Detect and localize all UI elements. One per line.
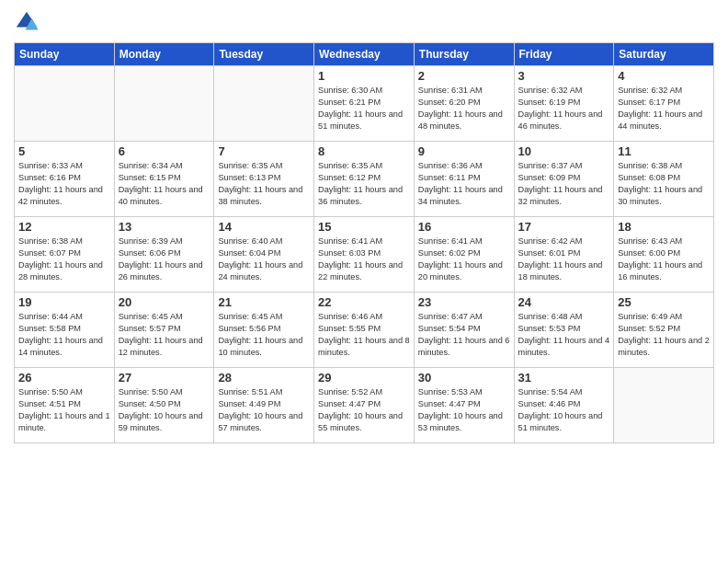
calendar-cell: 19Sunrise: 6:44 AM Sunset: 5:58 PM Dayli… (15, 293, 115, 368)
cell-content: Sunrise: 6:39 AM Sunset: 6:06 PM Dayligh… (119, 236, 210, 283)
day-number: 28 (218, 371, 310, 385)
day-number: 11 (618, 144, 710, 158)
cell-content: Sunrise: 6:46 AM Sunset: 5:55 PM Dayligh… (318, 311, 410, 359)
day-number: 23 (418, 295, 510, 309)
cell-content: Sunrise: 5:52 AM Sunset: 4:47 PM Dayligh… (318, 386, 410, 434)
cell-content: Sunrise: 6:41 AM Sunset: 6:02 PM Dayligh… (418, 236, 510, 283)
day-number: 8 (318, 144, 410, 158)
calendar-cell: 28Sunrise: 5:51 AM Sunset: 4:49 PM Dayli… (214, 368, 314, 443)
day-number: 20 (119, 295, 210, 309)
weekday-header-tuesday: Tuesday (214, 43, 314, 66)
cell-content: Sunrise: 5:53 AM Sunset: 4:47 PM Dayligh… (418, 386, 510, 434)
cell-content: Sunrise: 6:37 AM Sunset: 6:09 PM Dayligh… (518, 160, 610, 208)
cell-content: Sunrise: 6:38 AM Sunset: 6:08 PM Dayligh… (618, 160, 710, 208)
day-number: 1 (318, 69, 410, 83)
day-number: 10 (518, 144, 610, 158)
cell-content: Sunrise: 5:54 AM Sunset: 4:46 PM Dayligh… (518, 386, 610, 434)
cell-content: Sunrise: 6:31 AM Sunset: 6:20 PM Dayligh… (418, 85, 510, 132)
weekday-header-friday: Friday (514, 43, 614, 66)
cell-content: Sunrise: 5:51 AM Sunset: 4:49 PM Dayligh… (218, 386, 310, 434)
weekday-header-saturday: Saturday (614, 43, 714, 66)
day-number: 27 (119, 371, 210, 385)
day-number: 26 (18, 371, 110, 385)
calendar-cell: 8Sunrise: 6:35 AM Sunset: 6:12 PM Daylig… (314, 142, 415, 217)
cell-content: Sunrise: 6:38 AM Sunset: 6:07 PM Dayligh… (18, 236, 110, 283)
calendar-cell (15, 66, 115, 142)
weekday-header-monday: Monday (114, 43, 214, 66)
day-number: 4 (618, 69, 710, 83)
week-row-4: 26Sunrise: 5:50 AM Sunset: 4:51 PM Dayli… (15, 368, 714, 443)
calendar-cell (114, 66, 214, 142)
weekday-header-thursday: Thursday (414, 43, 514, 66)
calendar-cell: 24Sunrise: 6:48 AM Sunset: 5:53 PM Dayli… (514, 293, 614, 368)
logo-icon (14, 9, 40, 35)
day-number: 13 (119, 220, 210, 234)
calendar-cell: 4Sunrise: 6:32 AM Sunset: 6:17 PM Daylig… (614, 66, 714, 142)
calendar-cell: 25Sunrise: 6:49 AM Sunset: 5:52 PM Dayli… (614, 293, 714, 368)
calendar-cell: 2Sunrise: 6:31 AM Sunset: 6:20 PM Daylig… (414, 66, 514, 142)
day-number: 30 (418, 371, 510, 385)
cell-content: Sunrise: 6:30 AM Sunset: 6:21 PM Dayligh… (318, 85, 410, 132)
cell-content: Sunrise: 6:44 AM Sunset: 5:58 PM Dayligh… (18, 311, 110, 359)
day-number: 17 (518, 220, 610, 234)
weekday-header-wednesday: Wednesday (314, 43, 415, 66)
weekday-header-row: SundayMondayTuesdayWednesdayThursdayFrid… (15, 43, 714, 66)
logo (14, 9, 43, 35)
cell-content: Sunrise: 6:33 AM Sunset: 6:16 PM Dayligh… (18, 160, 110, 208)
header (14, 9, 714, 35)
day-number: 12 (18, 220, 110, 234)
cell-content: Sunrise: 6:36 AM Sunset: 6:11 PM Dayligh… (418, 160, 510, 208)
calendar-cell: 26Sunrise: 5:50 AM Sunset: 4:51 PM Dayli… (15, 368, 115, 443)
cell-content: Sunrise: 6:32 AM Sunset: 6:17 PM Dayligh… (618, 85, 710, 132)
cell-content: Sunrise: 6:43 AM Sunset: 6:00 PM Dayligh… (618, 236, 710, 283)
calendar-cell: 3Sunrise: 6:32 AM Sunset: 6:19 PM Daylig… (514, 66, 614, 142)
page: SundayMondayTuesdayWednesdayThursdayFrid… (0, 0, 728, 563)
day-number: 5 (18, 144, 110, 158)
cell-content: Sunrise: 6:48 AM Sunset: 5:53 PM Dayligh… (518, 311, 610, 359)
cell-content: Sunrise: 6:40 AM Sunset: 6:04 PM Dayligh… (218, 236, 310, 283)
calendar-cell (614, 368, 714, 443)
calendar-cell: 31Sunrise: 5:54 AM Sunset: 4:46 PM Dayli… (514, 368, 614, 443)
calendar-cell: 27Sunrise: 5:50 AM Sunset: 4:50 PM Dayli… (114, 368, 214, 443)
cell-content: Sunrise: 6:41 AM Sunset: 6:03 PM Dayligh… (318, 236, 410, 283)
day-number: 18 (618, 220, 710, 234)
day-number: 25 (618, 295, 710, 309)
cell-content: Sunrise: 6:34 AM Sunset: 6:15 PM Dayligh… (119, 160, 210, 208)
day-number: 19 (18, 295, 110, 309)
calendar-cell: 7Sunrise: 6:35 AM Sunset: 6:13 PM Daylig… (214, 142, 314, 217)
weekday-header-sunday: Sunday (15, 43, 115, 66)
day-number: 7 (218, 144, 310, 158)
calendar-cell: 18Sunrise: 6:43 AM Sunset: 6:00 PM Dayli… (614, 217, 714, 293)
cell-content: Sunrise: 6:47 AM Sunset: 5:54 PM Dayligh… (418, 311, 510, 359)
day-number: 16 (418, 220, 510, 234)
week-row-0: 1Sunrise: 6:30 AM Sunset: 6:21 PM Daylig… (15, 66, 714, 142)
cell-content: Sunrise: 5:50 AM Sunset: 4:50 PM Dayligh… (119, 386, 210, 434)
cell-content: Sunrise: 6:45 AM Sunset: 5:57 PM Dayligh… (119, 311, 210, 359)
day-number: 21 (218, 295, 310, 309)
calendar-cell: 23Sunrise: 6:47 AM Sunset: 5:54 PM Dayli… (414, 293, 514, 368)
day-number: 14 (218, 220, 310, 234)
week-row-1: 5Sunrise: 6:33 AM Sunset: 6:16 PM Daylig… (15, 142, 714, 217)
day-number: 29 (318, 371, 410, 385)
calendar-cell: 29Sunrise: 5:52 AM Sunset: 4:47 PM Dayli… (314, 368, 415, 443)
calendar: SundayMondayTuesdayWednesdayThursdayFrid… (14, 42, 714, 443)
calendar-cell: 9Sunrise: 6:36 AM Sunset: 6:11 PM Daylig… (414, 142, 514, 217)
day-number: 6 (119, 144, 210, 158)
calendar-cell: 5Sunrise: 6:33 AM Sunset: 6:16 PM Daylig… (15, 142, 115, 217)
cell-content: Sunrise: 6:32 AM Sunset: 6:19 PM Dayligh… (518, 85, 610, 132)
calendar-cell: 21Sunrise: 6:45 AM Sunset: 5:56 PM Dayli… (214, 293, 314, 368)
day-number: 3 (518, 69, 610, 83)
calendar-cell: 10Sunrise: 6:37 AM Sunset: 6:09 PM Dayli… (514, 142, 614, 217)
day-number: 24 (518, 295, 610, 309)
calendar-cell: 15Sunrise: 6:41 AM Sunset: 6:03 PM Dayli… (314, 217, 415, 293)
cell-content: Sunrise: 6:35 AM Sunset: 6:13 PM Dayligh… (218, 160, 310, 208)
calendar-cell: 14Sunrise: 6:40 AM Sunset: 6:04 PM Dayli… (214, 217, 314, 293)
calendar-cell: 13Sunrise: 6:39 AM Sunset: 6:06 PM Dayli… (114, 217, 214, 293)
cell-content: Sunrise: 5:50 AM Sunset: 4:51 PM Dayligh… (18, 386, 110, 434)
calendar-cell: 6Sunrise: 6:34 AM Sunset: 6:15 PM Daylig… (114, 142, 214, 217)
calendar-cell: 30Sunrise: 5:53 AM Sunset: 4:47 PM Dayli… (414, 368, 514, 443)
calendar-cell (214, 66, 314, 142)
calendar-cell: 11Sunrise: 6:38 AM Sunset: 6:08 PM Dayli… (614, 142, 714, 217)
calendar-cell: 17Sunrise: 6:42 AM Sunset: 6:01 PM Dayli… (514, 217, 614, 293)
cell-content: Sunrise: 6:42 AM Sunset: 6:01 PM Dayligh… (518, 236, 610, 283)
